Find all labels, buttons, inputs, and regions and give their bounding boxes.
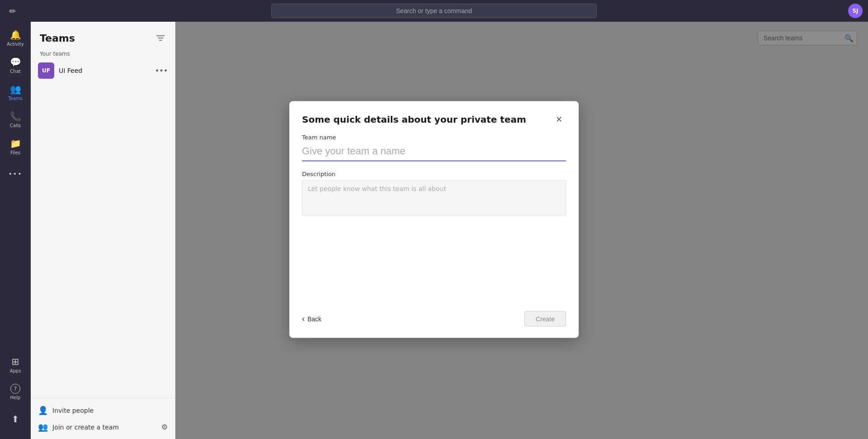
teams-panel-header: Teams [31, 22, 175, 49]
filter-button[interactable] [153, 31, 168, 45]
modal-header: Some quick details about your private te… [289, 101, 579, 134]
sidebar-label-calls: Calls [10, 123, 21, 128]
modal-close-button[interactable]: ✕ [552, 112, 566, 127]
main-layout: 🔔 Activity 💬 Chat 👥 Teams 📞 Calls 📁 File… [0, 22, 868, 439]
sidebar-label-apps: Apps [10, 368, 21, 373]
main-content: 🔍 Some quick details about your private … [175, 22, 868, 439]
teams-panel: Teams Your teams UF UI Feed ••• 👤 Invite… [31, 22, 175, 439]
more-icon: ••• [9, 170, 23, 177]
invite-people-item[interactable]: 👤 Invite people [31, 402, 175, 419]
sidebar-bottom: ⊞ Apps ? Help ⬆ [3, 352, 28, 435]
join-create-icon: 👥 [38, 422, 48, 432]
apps-icon: ⊞ [12, 356, 19, 367]
your-teams-label: Your teams [31, 49, 175, 59]
help-icon: ? [10, 384, 20, 394]
modal-title: Some quick details about your private te… [302, 114, 526, 125]
team-more-button[interactable]: ••• [155, 64, 168, 77]
team-name-ui-feed: UI Feed [59, 67, 151, 74]
back-label: Back [307, 315, 321, 322]
invite-people-label: Invite people [52, 407, 94, 414]
sidebar-label-teams: Teams [8, 96, 23, 101]
team-name-input[interactable] [302, 143, 566, 162]
sidebar-label-help: Help [10, 395, 21, 400]
sidebar-item-apps[interactable]: ⊞ Apps [3, 352, 28, 377]
sidebar-item-activity[interactable]: 🔔 Activity [3, 25, 28, 51]
invite-people-icon: 👤 [38, 406, 48, 415]
join-create-label: Join or create a team [52, 424, 119, 431]
sidebar-label-activity: Activity [7, 42, 24, 47]
sidebar-item-teams[interactable]: 👥 Teams [3, 80, 28, 105]
sidebar-item-upload[interactable]: ⬆ [3, 406, 28, 432]
sidebar-item-help[interactable]: ? Help [3, 379, 28, 405]
sidebar-label-chat: Chat [10, 69, 20, 74]
teams-panel-footer: 👤 Invite people 👥 Join or create a team … [31, 398, 175, 439]
files-icon: 📁 [10, 138, 21, 149]
join-settings-icon[interactable]: ⚙ [161, 423, 168, 431]
join-create-item[interactable]: 👥 Join or create a team ⚙ [31, 419, 175, 435]
top-bar: ✏ SJ [0, 0, 868, 22]
modal-footer: ‹ Back Create [289, 300, 579, 338]
sidebar-item-more[interactable]: ••• [3, 161, 28, 186]
activity-icon: 🔔 [10, 29, 21, 40]
teams-icon: 👥 [10, 84, 21, 95]
global-search-input[interactable] [271, 4, 597, 18]
top-bar-left: ✏ [5, 4, 20, 18]
team-avatar-ui-feed: UF [38, 62, 54, 79]
modal-body: Team name Description [289, 134, 579, 218]
compose-icon[interactable]: ✏ [5, 4, 20, 18]
back-chevron-icon: ‹ [302, 314, 305, 324]
team-name-label: Team name [302, 134, 566, 141]
back-button[interactable]: ‹ Back [302, 310, 321, 327]
top-bar-right: SJ [848, 4, 863, 18]
sidebar-item-files[interactable]: 📁 Files [3, 134, 28, 159]
team-item-ui-feed[interactable]: UF UI Feed ••• [31, 59, 175, 82]
description-label: Description [302, 171, 566, 177]
create-button[interactable]: Create [524, 311, 566, 326]
search-bar-wrapper [271, 4, 597, 18]
sidebar-item-chat[interactable]: 💬 Chat [3, 52, 28, 78]
modal-create-team: Some quick details about your private te… [289, 101, 579, 338]
chat-icon: 💬 [10, 57, 21, 67]
teams-panel-title: Teams [40, 33, 75, 44]
sidebar: 🔔 Activity 💬 Chat 👥 Teams 📞 Calls 📁 File… [0, 22, 31, 439]
sidebar-label-files: Files [10, 150, 20, 155]
upload-icon: ⬆ [12, 414, 19, 425]
user-avatar[interactable]: SJ [848, 4, 863, 18]
calls-icon: 📞 [10, 111, 21, 122]
sidebar-item-calls[interactable]: 📞 Calls [3, 107, 28, 132]
description-textarea[interactable] [302, 180, 566, 216]
